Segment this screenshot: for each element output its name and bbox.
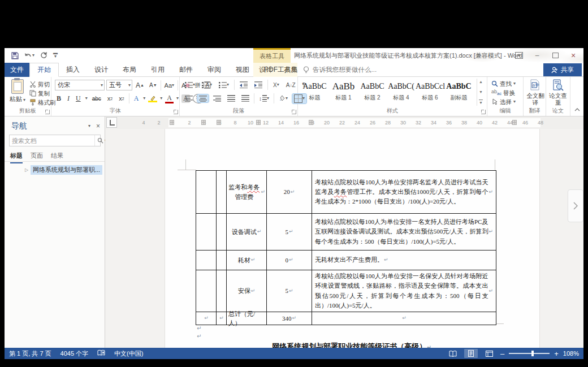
line-spacing-button[interactable]: ↕▾ (257, 94, 271, 102)
zoom-in-button[interactable]: + (554, 349, 559, 358)
table-empty-cell[interactable]: ↵ (196, 312, 217, 325)
word-count[interactable]: 4045 个字 (60, 349, 89, 358)
style-chip-0[interactable]: AaBbC标题 (300, 79, 329, 106)
styles-scroll-up-icon[interactable]: ▲ (479, 80, 483, 84)
collapse-ribbon-icon[interactable] (574, 103, 580, 114)
grow-font-button[interactable]: A▲ (134, 81, 146, 90)
table-column-marker[interactable] (512, 120, 517, 125)
multilevel-list-button[interactable]: ▾ (217, 81, 231, 89)
web-layout-icon[interactable] (482, 349, 496, 358)
paper-check-button[interactable]: 论文查重 (548, 79, 568, 106)
table-column-marker[interactable] (256, 120, 261, 125)
table-column-marker[interactable] (309, 120, 313, 125)
table-item-cell[interactable]: 设备调试↵ (227, 214, 267, 251)
ribbon-tab-1[interactable]: 插入 (59, 63, 87, 77)
font-size-combo[interactable]: 五号▾ (106, 80, 132, 90)
tab-selector[interactable] (106, 117, 117, 128)
zoom-out-button[interactable]: – (500, 349, 504, 358)
table-value-cell[interactable]: 0↵ (267, 251, 312, 270)
search-icon[interactable] (97, 137, 103, 144)
styles-dialog-launcher[interactable] (481, 110, 486, 114)
table-value-cell[interactable]: 340↵ (267, 312, 312, 325)
table-empty-cell[interactable] (217, 171, 227, 214)
table-value-cell[interactable]: 5↵ (267, 214, 312, 251)
change-case-button[interactable]: Aa▾ (163, 81, 176, 89)
zoom-slider[interactable] (509, 353, 550, 354)
document-area[interactable]: 监考和考务管理费↵20↵考核站点院校以每100人为单位安排两名监考人员进行考试当… (105, 129, 583, 348)
table-desc-cell[interactable]: 考核站点院校以每100人为单位安排一名保安人员针对考场附近环境设置警戒线，张贴路… (312, 270, 496, 312)
table-desc-cell[interactable]: 无耗材支出不产生费用。↵ (312, 251, 496, 270)
italic-button[interactable]: I (66, 94, 71, 103)
numbering-button[interactable]: ▾ (200, 81, 214, 89)
save-icon[interactable] (11, 52, 19, 59)
proofing-status-icon[interactable] (97, 349, 105, 357)
nav-heading-item[interactable]: ▷网络系统规划与部署职... (5, 165, 105, 175)
customize-qat-icon[interactable]: ▬▾ (53, 52, 58, 59)
language-indicator[interactable]: 中文(中国) (114, 349, 143, 358)
style-chip-4[interactable]: AaBbCcl标题 6 (416, 79, 444, 106)
table-value-cell[interactable]: 5↵ (267, 270, 312, 312)
undo-icon[interactable]: ▾ (24, 52, 34, 59)
zoom-percentage[interactable]: 108% (563, 350, 579, 357)
ribbon-tab-3[interactable]: 布局 (115, 63, 144, 77)
align-left-button[interactable] (183, 94, 194, 102)
shading-button[interactable]: ▾ (277, 94, 289, 102)
table-value-cell[interactable]: 20↵ (267, 171, 312, 214)
asian-layout-button[interactable]: X▾ (271, 81, 281, 89)
table-column-marker[interactable] (201, 120, 206, 125)
minimize-icon[interactable]: – (529, 50, 545, 61)
align-right-button[interactable] (211, 94, 223, 102)
align-center-button[interactable] (197, 94, 209, 102)
table-item-cell[interactable]: 安保↵ (227, 270, 267, 312)
bullets-button[interactable]: ▾ (183, 81, 197, 89)
distribute-button[interactable] (240, 94, 251, 102)
undo-dropdown-icon[interactable]: ▾ (32, 53, 34, 58)
increase-indent-button[interactable] (253, 81, 264, 89)
justify-button[interactable] (226, 94, 237, 102)
replace-button[interactable]: abac 替换 (491, 88, 516, 97)
table-empty-cell[interactable] (196, 171, 217, 214)
cost-table[interactable]: 监考和考务管理费↵20↵考核站点院校以每100人为单位安排两名监考人员进行考试当… (196, 170, 496, 325)
table-empty-cell[interactable] (196, 270, 217, 312)
table-column-marker[interactable] (170, 120, 174, 125)
paste-button[interactable]: 粘贴 ▾ (8, 79, 27, 103)
table-empty-cell[interactable] (217, 270, 227, 312)
bold-button[interactable]: B (55, 94, 63, 103)
read-mode-icon[interactable] (446, 349, 460, 358)
styles-scroll-down-icon[interactable]: ▼ (479, 90, 483, 94)
zoom-slider-thumb[interactable] (531, 351, 534, 356)
full-text-translate-button[interactable]: a中 全文翻译 (526, 79, 545, 106)
tab-file[interactable]: 文件 (5, 63, 29, 77)
ribbon-tab-6[interactable]: 审阅 (200, 63, 228, 77)
horizontal-ruler[interactable]: 4224681012141618202224262830323436384042… (105, 116, 583, 129)
page-indicator[interactable]: 第 1 页, 共 7 页 (9, 349, 51, 358)
table-item-cell[interactable]: 监考和考务管理费↵ (227, 171, 267, 214)
select-button[interactable]: 选择▾ (491, 97, 516, 106)
decrease-indent-button[interactable] (238, 81, 249, 89)
sort-button[interactable]: A↓Z (284, 81, 297, 89)
search-input[interactable] (10, 137, 94, 144)
share-button[interactable]: 共享 (543, 63, 582, 76)
superscript-button[interactable]: x2 (117, 94, 126, 102)
table-empty-cell[interactable] (217, 251, 227, 270)
font-name-combo[interactable]: 仿宋▾ (55, 80, 105, 90)
ribbon-tab-5[interactable]: 邮件 (172, 63, 200, 77)
print-layout-icon[interactable] (464, 349, 478, 358)
close-icon[interactable]: × (565, 50, 581, 61)
table-empty-cell[interactable] (196, 214, 217, 251)
tell-me-box[interactable]: 告诉我您想要做什么... (303, 63, 377, 77)
nav-pane-close-icon[interactable]: × (96, 122, 100, 130)
ribbon-tab-2[interactable]: 设计 (87, 63, 115, 77)
table-desc-cell[interactable]: ↵ (312, 312, 496, 325)
shrink-font-button[interactable]: A▼ (148, 81, 159, 89)
clipboard-dialog-launcher[interactable] (45, 110, 50, 114)
font-color-button[interactable]: A (165, 93, 174, 103)
style-chip-3[interactable]: AaBbC(标题 4 (387, 79, 416, 106)
redo-icon[interactable] (40, 52, 47, 59)
strikethrough-button[interactable]: abc (90, 95, 103, 102)
table-item-cell[interactable]: 耗材↵ (227, 251, 267, 270)
font-dialog-launcher[interactable] (174, 110, 178, 114)
highlight-color-button[interactable] (148, 95, 157, 102)
table-empty-cell[interactable] (217, 214, 227, 251)
table-empty-cell[interactable]: ↵ (217, 312, 227, 325)
